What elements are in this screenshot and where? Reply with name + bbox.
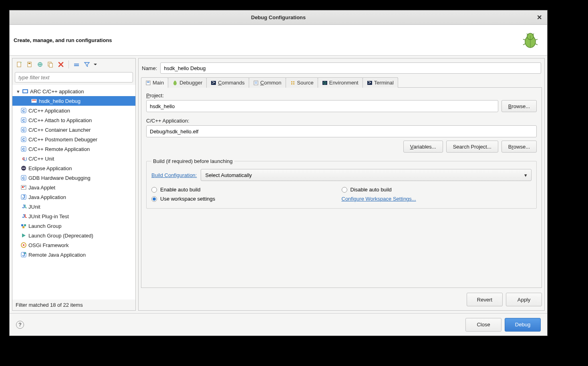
tab-label: Main [153, 80, 164, 86]
app-input[interactable] [146, 125, 537, 137]
svg-rect-15 [49, 63, 52, 67]
apply-button[interactable]: Apply [506, 293, 542, 306]
tree-node[interactable]: OSGi Framework [12, 240, 135, 250]
name-input[interactable] [160, 62, 541, 74]
new-prototype-icon[interactable] [25, 60, 34, 69]
browse-app-button[interactable]: Browse... [501, 141, 537, 153]
browse-project-button[interactable]: Browse... [501, 100, 537, 112]
tree-node-arc[interactable]: ▾ ARC C/C++ application [12, 86, 135, 96]
tree-label: Remote Java Application [28, 252, 86, 258]
svg-line-6 [523, 39, 526, 40]
tab-environment[interactable]: Environment [318, 77, 363, 88]
tree-node[interactable]: cC/C++ Remote Application [12, 144, 135, 154]
svg-line-9 [535, 44, 538, 45]
collapse-all-icon[interactable] [72, 60, 81, 69]
tab-commands[interactable]: > CCommandsommands [206, 77, 249, 88]
duplicate-icon[interactable] [46, 60, 55, 69]
radio-use-workspace-settings[interactable]: Use workspace settings [151, 196, 342, 202]
config-tree[interactable]: ▾ ARC C/C++ application hsdk_hello Debug… [12, 85, 135, 300]
tab-debugger[interactable]: Debugger [168, 77, 207, 88]
tab-source[interactable]: Source [286, 77, 318, 88]
chevron-down-icon[interactable]: ▾ [16, 89, 20, 94]
svg-line-7 [535, 39, 538, 40]
tab-common[interactable]: CCommonommon [249, 77, 286, 88]
footer: ? Close Debug [10, 313, 547, 336]
launch-group-icon [20, 223, 27, 229]
tree-node[interactable]: cC/C++ Container Launcher [12, 125, 135, 135]
svg-rect-56 [147, 82, 149, 82]
export-icon[interactable] [36, 60, 44, 69]
svg-rect-17 [74, 65, 79, 66]
configure-workspace-link[interactable]: Configure Workspace Settings... [342, 196, 532, 202]
tree-node[interactable]: JUJUnit Plug-in Test [12, 211, 135, 221]
svg-text:c: c [22, 117, 25, 123]
new-config-icon[interactable] [15, 60, 24, 69]
bug-icon [521, 30, 540, 50]
tab-terminal[interactable]: >_ Terminal [362, 77, 398, 88]
tab-label: Environment [329, 80, 358, 86]
c-app-icon: c [20, 175, 27, 181]
radio-enable-auto-build[interactable]: Enable auto build [151, 187, 342, 193]
launch-config-icon [31, 98, 37, 104]
svg-text:c: c [22, 107, 25, 113]
tree-node[interactable]: cUC/C++ Unit [12, 154, 135, 163]
variables-button[interactable]: Variables... [403, 141, 443, 153]
svg-rect-49 [22, 226, 24, 228]
svg-text:>: > [212, 80, 215, 85]
select-value: Select Automatically [205, 172, 252, 178]
build-config-link[interactable]: Build Configuration: [151, 172, 197, 178]
tree-node[interactable]: JUJUnit [12, 202, 135, 211]
tree-node[interactable]: Java Applet [12, 183, 135, 192]
search-project-button[interactable]: Search Project... [446, 141, 498, 153]
svg-text:J: J [22, 194, 25, 200]
tree-label: Java Application [28, 194, 66, 200]
svg-rect-61 [254, 81, 258, 85]
tree-node[interactable]: JRemote Java Application [12, 250, 135, 259]
c-app-icon: c [20, 127, 27, 133]
tree-node[interactable]: cC/C++ Postmortem Debugger [12, 135, 135, 144]
svg-text:U: U [24, 213, 27, 219]
svg-rect-47 [21, 224, 23, 226]
delete-icon[interactable] [56, 60, 65, 69]
svg-rect-11 [28, 62, 31, 67]
name-row: Name: [141, 61, 542, 77]
tab-label: CCommonommon [260, 80, 282, 86]
tab-content-main: Project: Project: Browse... Browse... C/… [141, 88, 542, 288]
tree-node[interactable]: cC/C++ Attach to Application [12, 115, 135, 125]
project-group: Project: Project: Browse... Browse... [146, 93, 537, 112]
build-radio-grid: Enable auto build Disable auto build Use… [151, 187, 532, 202]
tree-node[interactable]: JJava Application [12, 192, 135, 202]
tree-node[interactable]: Launch Group (Deprecated) [12, 231, 135, 240]
radio-disable-auto-build[interactable]: Disable auto build [342, 187, 532, 193]
svg-rect-20 [31, 99, 37, 103]
svg-text:c: c [22, 127, 25, 133]
close-icon[interactable]: ✕ [536, 14, 542, 21]
tree-label: C/C++ Unit [28, 156, 54, 162]
debug-button[interactable]: Debug [505, 318, 541, 332]
commands-tab-icon: > [211, 80, 216, 86]
tree-node-selected[interactable]: hsdk_hello Debug [12, 96, 135, 106]
tree-node[interactable]: Eclipse Application [12, 163, 135, 173]
filter-menu-chevron-icon[interactable] [93, 60, 98, 69]
svg-text:J: J [22, 251, 25, 257]
help-icon[interactable]: ? [16, 321, 24, 329]
tree-node[interactable]: cGDB Hardware Debugging [12, 173, 135, 183]
svg-rect-55 [146, 81, 150, 85]
tree-node[interactable]: Launch Group [12, 221, 135, 231]
java-app-icon: J [20, 194, 27, 200]
close-button[interactable]: Close [465, 318, 501, 332]
filter-input[interactable] [15, 72, 133, 82]
c-app-icon: c [20, 117, 27, 123]
revert-button[interactable]: Revert [467, 293, 503, 306]
build-fieldset: Build (if required) before launching Bui… [146, 158, 537, 209]
toolbar [12, 58, 135, 70]
build-config-select[interactable]: Select Automatically ▾ [201, 169, 532, 181]
project-input[interactable] [146, 100, 498, 112]
left-panel: ▾ ARC C/C++ application hsdk_hello Debug… [12, 58, 136, 311]
header: Create, manage, and run configurations [10, 25, 547, 56]
tab-label: Source [297, 80, 314, 86]
c-app-icon: c [20, 146, 27, 152]
tree-node[interactable]: cC/C++ Application [12, 106, 135, 115]
filter-icon[interactable] [83, 60, 91, 69]
tab-main[interactable]: Main [141, 77, 168, 88]
